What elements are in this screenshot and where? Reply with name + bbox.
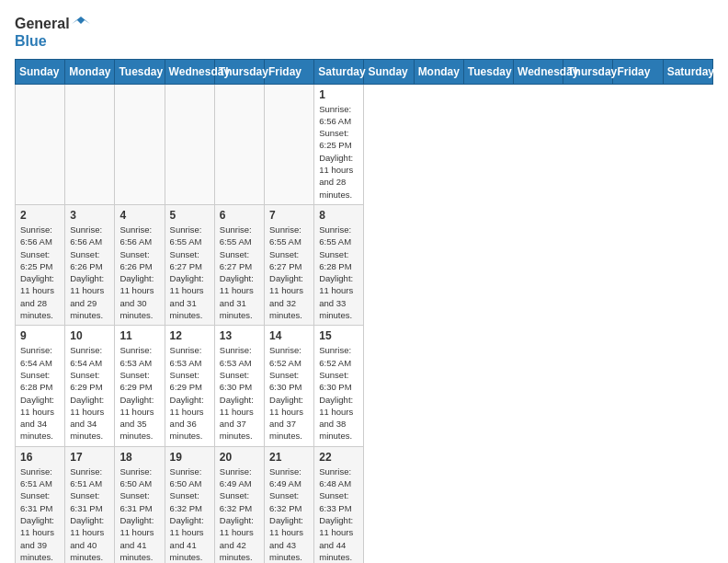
calendar-cell: 11Sunrise: 6:53 AM Sunset: 6:29 PM Dayli…	[115, 326, 165, 446]
weekday-header: Sunday	[16, 59, 65, 84]
day-number: 6	[220, 209, 259, 222]
weekday-header: Saturday	[663, 59, 712, 84]
weekday-header: Thursday	[214, 59, 264, 84]
calendar-cell: 19Sunrise: 6:50 AM Sunset: 6:32 PM Dayli…	[165, 446, 214, 563]
calendar-cell: 12Sunrise: 6:53 AM Sunset: 6:29 PM Dayli…	[165, 326, 214, 446]
calendar-week-row: 2Sunrise: 6:56 AM Sunset: 6:25 PM Daylig…	[16, 204, 713, 325]
calendar-cell: 4Sunrise: 6:56 AM Sunset: 6:26 PM Daylig…	[115, 204, 165, 325]
day-number: 19	[170, 451, 210, 464]
day-number: 17	[70, 451, 109, 464]
calendar-cell: 5Sunrise: 6:55 AM Sunset: 6:27 PM Daylig…	[165, 204, 214, 325]
calendar-cell	[16, 84, 65, 204]
day-number: 4	[119, 209, 159, 222]
calendar-week-row: 16Sunrise: 6:51 AM Sunset: 6:31 PM Dayli…	[16, 446, 713, 563]
day-info: Sunrise: 6:54 AM Sunset: 6:28 PM Dayligh…	[20, 344, 60, 442]
logo: General Blue	[15, 15, 90, 50]
weekday-header: Monday	[65, 59, 115, 84]
day-number: 18	[119, 451, 159, 464]
day-info: Sunrise: 6:49 AM Sunset: 6:32 PM Dayligh…	[269, 465, 309, 563]
day-info: Sunrise: 6:56 AM Sunset: 6:26 PM Dayligh…	[70, 224, 109, 321]
day-info: Sunrise: 6:56 AM Sunset: 6:25 PM Dayligh…	[319, 103, 358, 201]
day-info: Sunrise: 6:53 AM Sunset: 6:30 PM Dayligh…	[220, 344, 259, 442]
day-info: Sunrise: 6:49 AM Sunset: 6:32 PM Dayligh…	[220, 465, 259, 563]
day-number: 5	[170, 209, 210, 222]
day-number: 11	[119, 329, 159, 342]
calendar-cell: 21Sunrise: 6:49 AM Sunset: 6:32 PM Dayli…	[265, 446, 314, 563]
calendar-cell: 13Sunrise: 6:53 AM Sunset: 6:30 PM Dayli…	[214, 326, 264, 446]
logo-bird-icon	[72, 15, 90, 33]
calendar-cell	[65, 84, 115, 204]
calendar-header-row: SundayMondayTuesdayWednesdayThursdayFrid…	[16, 59, 713, 84]
day-info: Sunrise: 6:53 AM Sunset: 6:29 PM Dayligh…	[119, 344, 159, 442]
weekday-header: Tuesday	[115, 59, 165, 84]
weekday-header: Friday	[613, 59, 663, 84]
page-header: General Blue	[15, 15, 713, 50]
day-info: Sunrise: 6:53 AM Sunset: 6:29 PM Dayligh…	[170, 344, 210, 442]
day-number: 8	[319, 209, 358, 222]
day-info: Sunrise: 6:54 AM Sunset: 6:29 PM Dayligh…	[70, 344, 109, 442]
day-info: Sunrise: 6:55 AM Sunset: 6:27 PM Dayligh…	[220, 224, 259, 321]
calendar-week-row: 1Sunrise: 6:56 AM Sunset: 6:25 PM Daylig…	[16, 84, 713, 204]
day-number: 14	[269, 329, 309, 342]
day-info: Sunrise: 6:56 AM Sunset: 6:25 PM Dayligh…	[20, 224, 60, 321]
calendar-cell: 1Sunrise: 6:56 AM Sunset: 6:25 PM Daylig…	[314, 84, 364, 204]
weekday-header: Sunday	[364, 59, 414, 84]
calendar-cell: 3Sunrise: 6:56 AM Sunset: 6:26 PM Daylig…	[65, 204, 115, 325]
weekday-header: Friday	[265, 59, 314, 84]
day-number: 22	[319, 451, 358, 464]
day-number: 15	[319, 329, 358, 342]
day-number: 13	[220, 329, 259, 342]
day-number: 1	[319, 88, 358, 101]
calendar-cell	[165, 84, 214, 204]
day-info: Sunrise: 6:51 AM Sunset: 6:31 PM Dayligh…	[70, 465, 109, 563]
day-number: 2	[20, 209, 60, 222]
day-number: 10	[70, 329, 109, 342]
calendar-cell	[214, 84, 264, 204]
weekday-header: Saturday	[314, 59, 364, 84]
weekday-header: Wednesday	[165, 59, 214, 84]
day-info: Sunrise: 6:52 AM Sunset: 6:30 PM Dayligh…	[269, 344, 309, 442]
day-number: 3	[70, 209, 109, 222]
day-info: Sunrise: 6:56 AM Sunset: 6:26 PM Dayligh…	[119, 224, 159, 321]
day-info: Sunrise: 6:48 AM Sunset: 6:33 PM Dayligh…	[319, 465, 358, 563]
calendar-week-row: 9Sunrise: 6:54 AM Sunset: 6:28 PM Daylig…	[16, 326, 713, 446]
weekday-header: Thursday	[563, 59, 613, 84]
logo-general: General	[15, 16, 70, 32]
svg-marker-0	[72, 17, 90, 24]
calendar-cell: 18Sunrise: 6:50 AM Sunset: 6:31 PM Dayli…	[115, 446, 165, 563]
day-info: Sunrise: 6:55 AM Sunset: 6:28 PM Dayligh…	[319, 224, 358, 321]
calendar-cell: 10Sunrise: 6:54 AM Sunset: 6:29 PM Dayli…	[65, 326, 115, 446]
day-number: 7	[269, 209, 309, 222]
day-number: 21	[269, 451, 309, 464]
calendar-cell	[115, 84, 165, 204]
calendar-cell: 22Sunrise: 6:48 AM Sunset: 6:33 PM Dayli…	[314, 446, 364, 563]
day-info: Sunrise: 6:51 AM Sunset: 6:31 PM Dayligh…	[20, 465, 60, 563]
calendar-cell: 6Sunrise: 6:55 AM Sunset: 6:27 PM Daylig…	[214, 204, 264, 325]
calendar-cell: 16Sunrise: 6:51 AM Sunset: 6:31 PM Dayli…	[16, 446, 65, 563]
calendar-cell: 7Sunrise: 6:55 AM Sunset: 6:27 PM Daylig…	[265, 204, 314, 325]
weekday-header: Tuesday	[463, 59, 513, 84]
day-info: Sunrise: 6:52 AM Sunset: 6:30 PM Dayligh…	[319, 344, 358, 442]
weekday-header: Wednesday	[514, 59, 563, 84]
day-info: Sunrise: 6:50 AM Sunset: 6:32 PM Dayligh…	[170, 465, 210, 563]
calendar-cell: 2Sunrise: 6:56 AM Sunset: 6:25 PM Daylig…	[16, 204, 65, 325]
day-number: 9	[20, 329, 60, 342]
calendar-cell: 20Sunrise: 6:49 AM Sunset: 6:32 PM Dayli…	[214, 446, 264, 563]
day-info: Sunrise: 6:50 AM Sunset: 6:31 PM Dayligh…	[119, 465, 159, 563]
day-number: 12	[170, 329, 210, 342]
day-number: 20	[220, 451, 259, 464]
day-info: Sunrise: 6:55 AM Sunset: 6:27 PM Dayligh…	[269, 224, 309, 321]
weekday-header: Monday	[414, 59, 463, 84]
day-info: Sunrise: 6:55 AM Sunset: 6:27 PM Dayligh…	[170, 224, 210, 321]
calendar-cell: 17Sunrise: 6:51 AM Sunset: 6:31 PM Dayli…	[65, 446, 115, 563]
calendar-cell: 14Sunrise: 6:52 AM Sunset: 6:30 PM Dayli…	[265, 326, 314, 446]
calendar-cell	[265, 84, 314, 204]
calendar-cell: 15Sunrise: 6:52 AM Sunset: 6:30 PM Dayli…	[314, 326, 364, 446]
day-number: 16	[20, 451, 60, 464]
calendar-table: SundayMondayTuesdayWednesdayThursdayFrid…	[15, 59, 713, 563]
calendar-cell: 9Sunrise: 6:54 AM Sunset: 6:28 PM Daylig…	[16, 326, 65, 446]
logo-blue: Blue	[15, 33, 47, 50]
calendar-cell: 8Sunrise: 6:55 AM Sunset: 6:28 PM Daylig…	[314, 204, 364, 325]
